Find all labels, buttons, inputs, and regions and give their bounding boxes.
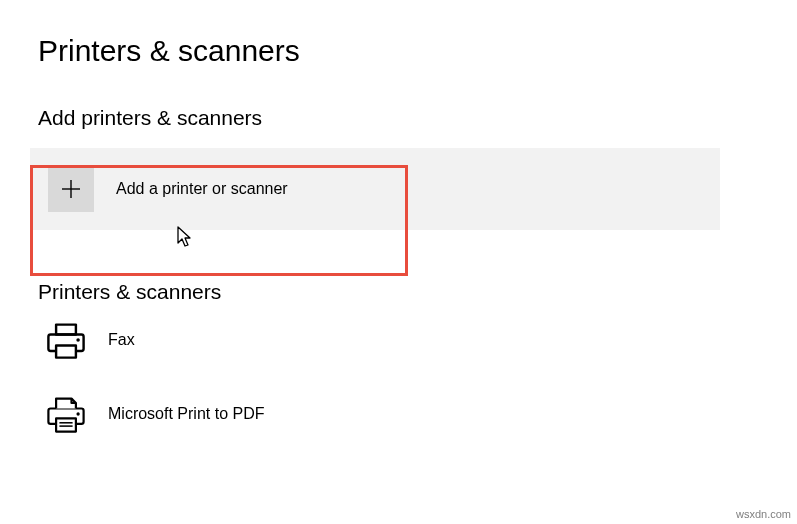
add-printer-button[interactable]: Add a printer or scanner (30, 148, 720, 230)
plus-icon (48, 166, 94, 212)
page-title: Printers & scanners (0, 0, 797, 68)
printer-item-fax[interactable]: Fax (0, 304, 797, 374)
printer-item-pdf[interactable]: Microsoft Print to PDF (0, 378, 797, 448)
add-section: Add a printer or scanner (30, 148, 717, 230)
add-section-title: Add printers & scanners (0, 68, 797, 130)
svg-rect-3 (56, 325, 76, 335)
add-printer-container: Add a printer or scanner (30, 148, 720, 230)
printer-label: Microsoft Print to PDF (108, 405, 264, 423)
svg-point-10 (76, 412, 79, 415)
printer-label: Fax (108, 331, 135, 349)
watermark: wsxdn.com (736, 508, 791, 520)
printers-section-title: Printers & scanners (0, 230, 797, 304)
svg-rect-7 (56, 418, 76, 431)
svg-point-5 (76, 338, 80, 342)
pdf-printer-icon (44, 392, 88, 436)
svg-rect-4 (56, 346, 76, 358)
printers-list: Fax Microsoft Print to PDF (0, 304, 797, 448)
fax-icon (44, 318, 88, 362)
add-printer-label: Add a printer or scanner (116, 179, 288, 200)
